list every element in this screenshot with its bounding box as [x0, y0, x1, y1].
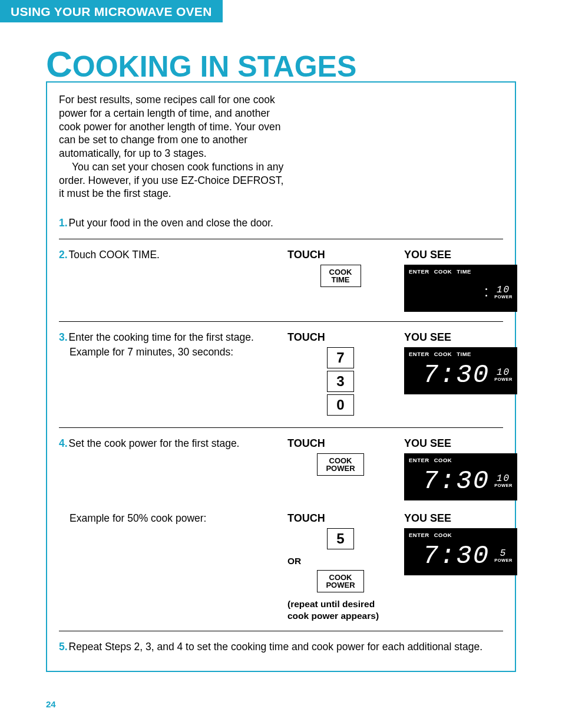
lcd-power-label: POWER	[494, 377, 513, 382]
content-frame: For best results, some recipes call for …	[46, 81, 516, 672]
step-2-touch: TOUCH COOKTIME	[287, 249, 394, 289]
lcd-time: 7:30	[423, 362, 490, 388]
yousee-heading: YOU SEE	[404, 331, 528, 344]
divider	[59, 239, 503, 239]
lcd-power-label: POWER	[494, 483, 513, 488]
step-body: Repeat Steps 2, 3, and 4 to set the cook…	[69, 641, 482, 653]
touch-heading: TOUCH	[287, 437, 394, 450]
step-body: Enter the cooking time for the first sta…	[69, 331, 254, 343]
intro-p1: For best results, some recipes call for …	[59, 93, 289, 160]
step-3-display: YOU SEE ENTER COOK TIME 7:30 10 POWER	[404, 331, 528, 394]
page-title: COOKING IN STAGES	[0, 22, 562, 83]
step-4b-display: YOU SEE ENTER COOK 7:30 5 POWER	[404, 512, 528, 575]
keypad-7: 7	[327, 347, 354, 368]
cook-power-button: COOKPOWER	[317, 570, 363, 592]
step-2-display: YOU SEE ENTER COOK TIME 10 POWER	[404, 249, 528, 312]
keypad-0: 0	[327, 394, 354, 416]
or-label: OR	[287, 555, 394, 566]
section-tab: USING YOUR MICROWAVE OVEN	[0, 0, 223, 22]
intro-p2: You can set your chosen cook functions i…	[59, 160, 289, 200]
step-5-text: 5.Repeat Steps 2, 3, and 4 to set the co…	[59, 641, 482, 653]
repeat-note: (repeat until desired cook power appears…	[287, 598, 394, 621]
step-4a-touch: TOUCH COOKPOWER	[287, 437, 394, 478]
step-1-text: 1.Put your food in the oven and close th…	[59, 217, 277, 229]
step-num: 5.	[59, 641, 68, 653]
step-example: Example for 7 minutes, 30 seconds:	[70, 346, 277, 358]
step-num: 4.	[59, 437, 68, 449]
step-5: 5.Repeat Steps 2, 3, and 4 to set the co…	[59, 635, 503, 659]
page-number: 24	[46, 699, 56, 709]
divider	[59, 321, 503, 322]
step-body: Set the cook power for the first stage.	[69, 437, 240, 449]
lcd-power-label: POWER	[494, 558, 513, 563]
lcd-power-value: 10	[497, 368, 510, 377]
intro-text: For best results, some recipes call for …	[59, 93, 289, 200]
lcd-power-value: 5	[500, 549, 507, 558]
keypad-5: 5	[327, 528, 354, 549]
lcd-power-value: 10	[497, 474, 510, 483]
lcd-time: 7:30	[423, 468, 490, 494]
divider	[59, 427, 503, 428]
step-2: 2.Touch COOK TIME. TOUCH COOKTIME YOU SE…	[59, 243, 503, 318]
lcd-display: ENTER COOK 7:30 10 POWER	[404, 453, 517, 500]
step-example: Example for 50% cook power:	[70, 512, 277, 525]
manual-page: USING YOUR MICROWAVE OVEN COOKING IN STA…	[0, 0, 562, 728]
step-body: Put your food in the oven and close the …	[69, 217, 273, 229]
step-3-text: 3.Enter the cooking time for the first s…	[59, 331, 277, 358]
step-4a-text: 4.Set the cook power for the first stage…	[59, 437, 277, 450]
step-2-text: 2.Touch COOK TIME.	[59, 249, 277, 261]
step-4a-display: YOU SEE ENTER COOK 7:30 10 POWER	[404, 437, 528, 500]
step-4a: 4.Set the cook power for the first stage…	[59, 431, 503, 506]
step-num: 2.	[59, 249, 68, 261]
cook-time-button: COOKTIME	[320, 265, 361, 287]
step-4b-touch: TOUCH 5 OR COOKPOWER (repeat until desir…	[287, 512, 394, 621]
lcd-time: 7:30	[423, 543, 490, 569]
keypad-3: 3	[327, 371, 354, 392]
divider	[59, 631, 503, 631]
touch-heading: TOUCH	[287, 331, 394, 344]
step-3: 3.Enter the cooking time for the first s…	[59, 325, 503, 424]
step-4b: Example for 50% cook power: TOUCH 5 OR C…	[59, 506, 503, 627]
lcd-display: ENTER COOK TIME 10 POWER	[404, 265, 517, 312]
step-1: 1.Put your food in the oven and close th…	[59, 211, 503, 235]
yousee-heading: YOU SEE	[404, 249, 528, 261]
lcd-power-label: POWER	[494, 295, 513, 299]
title-initial: C	[46, 44, 72, 84]
lcd-display: ENTER COOK 7:30 5 POWER	[404, 528, 517, 575]
lcd-power-value: 10	[497, 285, 510, 295]
step-3-touch: TOUCH 7 3 0	[287, 331, 394, 418]
yousee-heading: YOU SEE	[404, 512, 528, 525]
step-num: 3.	[59, 331, 68, 343]
touch-heading: TOUCH	[287, 512, 394, 525]
yousee-heading: YOU SEE	[404, 437, 528, 450]
step-num: 1.	[59, 217, 68, 229]
lcd-display: ENTER COOK TIME 7:30 10 POWER	[404, 347, 517, 394]
step-body: Touch COOK TIME.	[69, 249, 160, 261]
step-4b-text: Example for 50% cook power:	[59, 512, 277, 525]
touch-heading: TOUCH	[287, 249, 394, 261]
title-rest: OOKING IN STAGES	[72, 50, 356, 83]
cook-power-button: COOKPOWER	[317, 453, 363, 476]
